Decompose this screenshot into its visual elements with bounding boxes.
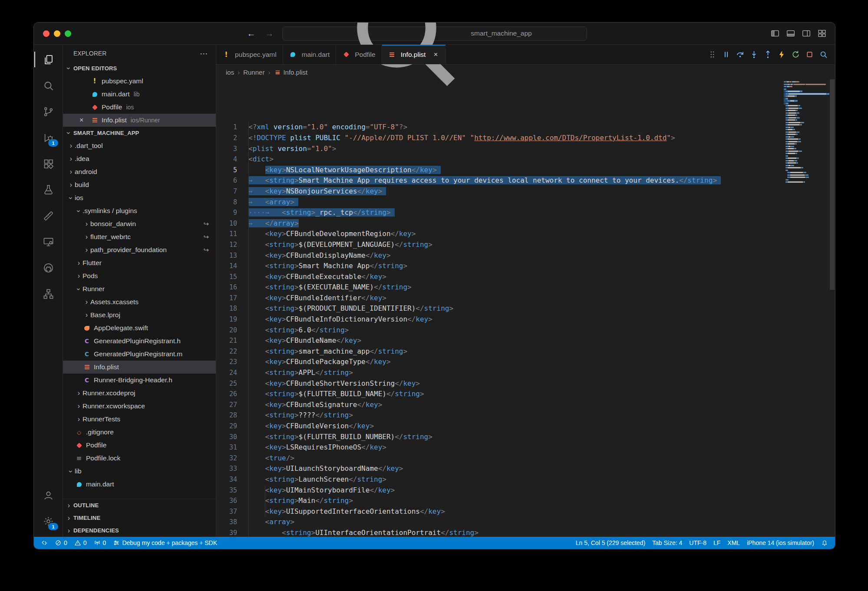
- folder-item[interactable]: Base.lproj: [63, 309, 216, 322]
- folder-item[interactable]: lib: [63, 465, 216, 478]
- code-line[interactable]: 26 <string>$(FLUTTER_BUILD_NAME)</string…: [216, 389, 782, 400]
- file-item[interactable]: Runner-Bridging-Header.h: [63, 374, 216, 387]
- file-item[interactable]: .gitignore: [63, 426, 216, 439]
- breadcrumb-Info.plist[interactable]: Info.plist: [274, 69, 307, 76]
- minimap[interactable]: [782, 79, 829, 537]
- code-line[interactable]: 15 <key>CFBundleExecutable</key>: [216, 272, 782, 282]
- status-tab-size[interactable]: Tab Size: 4: [649, 537, 686, 549]
- activity-testing-button[interactable]: [34, 177, 62, 203]
- section-outline[interactable]: OUTLINE: [63, 499, 216, 512]
- code-line[interactable]: 6→ <string>Smart Machine App requires ac…: [216, 175, 782, 186]
- code-line[interactable]: 21 <key>CFBundleName</key>: [216, 335, 782, 346]
- code-line[interactable]: 7→ <key>NSBonjourServices</key>: [216, 186, 782, 197]
- open-editor-item[interactable]: Podfileios: [63, 101, 216, 114]
- step-out-button[interactable]: [762, 48, 774, 61]
- code-line[interactable]: 5 <key>NSLocalNetworkUsageDescription</k…: [216, 165, 782, 176]
- scrollbar-slider[interactable]: [830, 79, 835, 290]
- folder-item[interactable]: Flutter: [63, 256, 216, 269]
- file-item[interactable]: GeneratedPluginRegistrant.m: [63, 348, 216, 361]
- code-line[interactable]: 28 <string>????</string>: [216, 410, 782, 421]
- code-line[interactable]: 23 <key>CFBundlePackageType</key>: [216, 357, 782, 368]
- more-actions-icon[interactable]: [200, 49, 208, 59]
- code-line[interactable]: 39 <string>UIInterfaceOrientationPortrai…: [216, 528, 782, 537]
- code-line[interactable]: 38 <array>: [216, 517, 782, 528]
- code-line[interactable]: 11 <key>CFBundleDevelopmentRegion</key>: [216, 229, 782, 240]
- forward-button[interactable]: [265, 29, 274, 39]
- folder-item[interactable]: .symlinks / plugins: [63, 204, 216, 217]
- status-language-mode[interactable]: XML: [724, 537, 743, 549]
- folder-item[interactable]: Runner: [63, 282, 216, 296]
- code-line[interactable]: 16 <string>$(EXECUTABLE_NAME)</string>: [216, 282, 782, 293]
- folder-item[interactable]: android: [63, 165, 216, 178]
- toggle-sidebar-icon[interactable]: [768, 27, 782, 40]
- code-line[interactable]: 3<plist version="1.0">: [216, 144, 782, 154]
- step-into-button[interactable]: [748, 48, 760, 61]
- tab-pubspec.yaml[interactable]: pubspec.yaml: [216, 45, 283, 64]
- close-window-button[interactable]: [43, 30, 50, 37]
- folder-item[interactable]: RunnerTests: [63, 413, 216, 426]
- code-line[interactable]: 32 <true/>: [216, 453, 782, 464]
- command-center-search[interactable]: smart_machine_app: [282, 26, 587, 41]
- code-line[interactable]: 1<?xml version="1.0" encoding="UTF-8"?>: [216, 122, 782, 133]
- folder-item[interactable]: build: [63, 178, 216, 191]
- code-line[interactable]: 25 <key>CFBundleShortVersionString</key>: [216, 378, 782, 389]
- activity-search-button[interactable]: [34, 72, 62, 98]
- status-errors[interactable]: 0: [51, 537, 71, 549]
- folder-item[interactable]: .dart_tool: [63, 139, 216, 152]
- close-editor-icon[interactable]: [79, 116, 91, 124]
- folder-item[interactable]: ios: [63, 191, 216, 204]
- activity-explorer-button[interactable]: [34, 46, 62, 72]
- code-line[interactable]: 35 <key>UIMainStoryboardFile</key>: [216, 485, 782, 496]
- drag-handle[interactable]: [706, 48, 719, 61]
- code-line[interactable]: 13 <key>CFBundleDisplayName</key>: [216, 250, 782, 261]
- code-line[interactable]: 4<dict>: [216, 154, 782, 165]
- status-ports[interactable]: 0: [90, 537, 110, 549]
- activity-github-button[interactable]: [34, 255, 62, 281]
- status-eol[interactable]: LF: [710, 537, 724, 549]
- folder-item[interactable]: .idea: [63, 152, 216, 165]
- code-line[interactable]: 10→ </array>: [216, 218, 782, 229]
- section-dependencies[interactable]: DEPENDENCIES: [63, 524, 216, 537]
- hot-restart-button[interactable]: [789, 48, 802, 61]
- code-line[interactable]: 12 <string>$(DEVELOPMENT_LANGUAGE)</stri…: [216, 240, 782, 250]
- folder-item[interactable]: path_provider_foundation: [63, 243, 216, 256]
- breadcrumb-ios[interactable]: ios: [226, 69, 234, 76]
- code-line[interactable]: 30 <string>$(FLUTTER_BUILD_NUMBER)</stri…: [216, 432, 782, 443]
- toggle-secondary-sidebar-icon[interactable]: [799, 27, 813, 40]
- open-editor-item[interactable]: Info.plistios/Runner: [63, 114, 216, 127]
- breadcrumb-Runner[interactable]: Runner: [243, 69, 264, 76]
- activity-extensions-button[interactable]: [34, 151, 62, 177]
- code-line[interactable]: 18 <string>$(PRODUCT_BUNDLE_IDENTIFIER)<…: [216, 303, 782, 314]
- devtools-inspector-button[interactable]: [817, 48, 830, 61]
- code-line[interactable]: 22 <string>smart_machine_app</string>: [216, 346, 782, 357]
- status-remote[interactable]: [37, 537, 51, 549]
- status-device-selector[interactable]: iPhone 14 (ios simulator): [743, 537, 818, 549]
- section-open-editors[interactable]: OPEN EDITORS: [63, 62, 216, 75]
- folder-item[interactable]: Runner.xcworkspace: [63, 400, 216, 413]
- file-item[interactable]: Info.plist: [63, 361, 216, 374]
- section-timeline[interactable]: TIMELINE: [63, 512, 216, 524]
- code-line[interactable]: 27 <key>CFBundleSignature</key>: [216, 400, 782, 410]
- minimize-window-button[interactable]: [54, 30, 60, 37]
- code-line[interactable]: 29 <key>CFBundleVersion</key>: [216, 421, 782, 432]
- code-lines[interactable]: 1<?xml version="1.0" encoding="UTF-8"?>2…: [216, 79, 782, 537]
- code-line[interactable]: 34 <string>LaunchScreen</string>: [216, 474, 782, 485]
- code-line[interactable]: 19 <key>CFBundleInfoDictionaryVersion</k…: [216, 314, 782, 325]
- activity-accounts-button[interactable]: [34, 482, 62, 508]
- step-over-button[interactable]: [734, 48, 746, 61]
- folder-item[interactable]: Assets.xcassets: [63, 296, 216, 309]
- tab-main.dart[interactable]: main.dart: [283, 45, 337, 64]
- code-line[interactable]: 37 <key>UISupportedInterfaceOrientations…: [216, 506, 782, 517]
- pause-button[interactable]: [720, 48, 733, 61]
- status-notifications[interactable]: [818, 537, 832, 549]
- zoom-window-button[interactable]: [65, 30, 71, 37]
- activity-run-and-debug-button[interactable]: 1: [34, 125, 62, 151]
- code-line[interactable]: 24 <string>APPL</string>: [216, 368, 782, 378]
- tab-Info.plist[interactable]: Info.plist: [382, 45, 446, 64]
- folder-item[interactable]: bonsoir_darwin: [63, 217, 216, 230]
- status-debug-config[interactable]: Debug my code + packages + SDK: [109, 537, 221, 549]
- close-tab-icon[interactable]: [432, 50, 439, 59]
- editor-scrollbar[interactable]: [829, 79, 835, 537]
- folder-item[interactable]: Pods: [63, 269, 216, 282]
- code-line[interactable]: 31 <key>LSRequiresIPhoneOS</key>: [216, 442, 782, 453]
